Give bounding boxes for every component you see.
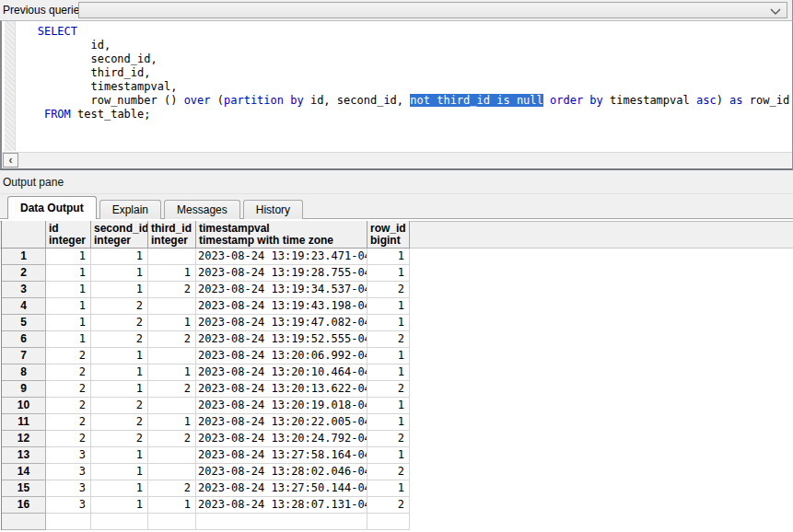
- cell-third_id[interactable]: [148, 398, 196, 414]
- cell-id[interactable]: 2: [46, 381, 91, 398]
- cell-id[interactable]: 2: [46, 348, 91, 364]
- column-header-row_id[interactable]: row_idbigint: [367, 221, 410, 249]
- cell-timestampval[interactable]: 2023-08-24 13:27:50.144-04: [196, 480, 367, 497]
- row-number-cell[interactable]: [2, 514, 46, 530]
- cell-timestampval[interactable]: 2023-08-24 13:28:07.131-04: [196, 497, 367, 514]
- previous-queries-dropdown[interactable]: [78, 2, 787, 18]
- cell-id[interactable]: 1: [46, 331, 91, 348]
- row-number-cell[interactable]: 11: [2, 414, 46, 431]
- cell-second_id[interactable]: 1: [91, 364, 148, 381]
- cell-id[interactable]: 1: [46, 315, 91, 331]
- cell-second_id[interactable]: 2: [91, 315, 148, 331]
- cell-row_id[interactable]: 2: [367, 331, 410, 348]
- cell-third_id[interactable]: [148, 514, 196, 530]
- sql-line[interactable]: row_number () over (partition by id, sec…: [17, 94, 789, 108]
- cell-row_id[interactable]: 1: [367, 364, 410, 381]
- cell-third_id[interactable]: 2: [148, 282, 196, 298]
- cell-second_id[interactable]: 2: [91, 398, 148, 414]
- cell-second_id[interactable]: 1: [91, 381, 148, 398]
- sql-line[interactable]: second_id,: [17, 52, 789, 66]
- row-number-cell[interactable]: 2: [2, 265, 46, 282]
- cell-timestampval[interactable]: 2023-08-24 13:20:10.464-04: [196, 364, 367, 381]
- row-number-cell[interactable]: 8: [2, 364, 46, 381]
- cell-second_id[interactable]: 1: [91, 265, 148, 282]
- cell-timestampval[interactable]: 2023-08-24 13:28:02.046-04: [196, 464, 367, 480]
- column-header-second_id[interactable]: second_idinteger: [91, 221, 148, 249]
- row-number-cell[interactable]: 13: [2, 447, 46, 464]
- cell-second_id[interactable]: 1: [91, 497, 148, 514]
- row-number-cell[interactable]: 10: [2, 398, 46, 414]
- cell-timestampval[interactable]: [196, 514, 367, 530]
- cell-row_id[interactable]: 2: [367, 431, 410, 447]
- cell-third_id[interactable]: [148, 447, 196, 464]
- cell-second_id[interactable]: 2: [91, 331, 148, 348]
- row-number-cell[interactable]: 5: [2, 315, 46, 331]
- scrollbar-track[interactable]: [19, 153, 792, 168]
- row-number-cell[interactable]: 9: [2, 381, 46, 398]
- cell-row_id[interactable]: 1: [367, 298, 410, 315]
- tab-messages[interactable]: Messages: [164, 200, 240, 219]
- cell-third_id[interactable]: 1: [148, 265, 196, 282]
- cell-second_id[interactable]: 1: [91, 348, 148, 364]
- cell-third_id[interactable]: 1: [148, 364, 196, 381]
- row-number-cell[interactable]: 15: [2, 480, 46, 497]
- cell-timestampval[interactable]: 2023-08-24 13:19:52.555-04: [196, 331, 367, 348]
- sql-editor[interactable]: SELECT id, second_id, third_id, timestam…: [0, 20, 793, 170]
- cell-second_id[interactable]: 1: [91, 249, 148, 265]
- cell-row_id[interactable]: 2: [367, 497, 410, 514]
- cell-row_id[interactable]: 2: [367, 464, 410, 480]
- column-header-id[interactable]: idinteger: [46, 221, 91, 249]
- cell-third_id[interactable]: 2: [148, 381, 196, 398]
- cell-second_id[interactable]: [91, 514, 148, 530]
- row-number-cell[interactable]: 3: [2, 282, 46, 298]
- cell-second_id[interactable]: 2: [91, 431, 148, 447]
- row-number-cell[interactable]: 4: [2, 298, 46, 315]
- cell-second_id[interactable]: 2: [91, 298, 148, 315]
- editor-horizontal-scrollbar[interactable]: ‹: [2, 152, 792, 168]
- cell-id[interactable]: [46, 514, 91, 530]
- row-number-cell[interactable]: 12: [2, 431, 46, 447]
- column-header-third_id[interactable]: third_idinteger: [148, 221, 196, 249]
- scroll-left-button[interactable]: ‹: [3, 153, 18, 168]
- cell-row_id[interactable]: 1: [367, 265, 410, 282]
- cell-row_id[interactable]: 1: [367, 447, 410, 464]
- cell-id[interactable]: 2: [46, 431, 91, 447]
- sql-line[interactable]: SELECT: [17, 25, 789, 39]
- cell-id[interactable]: 1: [46, 249, 91, 265]
- sql-line[interactable]: timestampval,: [17, 80, 789, 94]
- cell-timestampval[interactable]: 2023-08-24 13:27:58.164-04: [196, 447, 367, 464]
- cell-row_id[interactable]: 1: [367, 315, 410, 331]
- tab-data-output[interactable]: Data Output: [7, 196, 97, 219]
- cell-row_id[interactable]: 1: [367, 480, 410, 497]
- cell-timestampval[interactable]: 2023-08-24 13:19:47.082-04: [196, 315, 367, 331]
- cell-timestampval[interactable]: 2023-08-24 13:19:34.537-04: [196, 282, 367, 298]
- sql-code[interactable]: SELECT id, second_id, third_id, timestam…: [17, 25, 789, 121]
- cell-id[interactable]: 2: [46, 364, 91, 381]
- cell-id[interactable]: 3: [46, 447, 91, 464]
- cell-third_id[interactable]: 2: [148, 480, 196, 497]
- cell-row_id[interactable]: 1: [367, 348, 410, 364]
- cell-row_id[interactable]: 2: [367, 381, 410, 398]
- cell-id[interactable]: 1: [46, 282, 91, 298]
- cell-timestampval[interactable]: 2023-08-24 13:20:24.792-04: [196, 431, 367, 447]
- cell-timestampval[interactable]: 2023-08-24 13:19:43.198-04: [196, 298, 367, 315]
- cell-id[interactable]: 2: [46, 414, 91, 431]
- cell-third_id[interactable]: [148, 464, 196, 480]
- cell-third_id[interactable]: 2: [148, 331, 196, 348]
- cell-second_id[interactable]: 1: [91, 480, 148, 497]
- tab-explain[interactable]: Explain: [99, 200, 161, 219]
- cell-timestampval[interactable]: 2023-08-24 13:20:13.622-04: [196, 381, 367, 398]
- cell-row_id[interactable]: 1: [367, 249, 410, 265]
- cell-second_id[interactable]: 1: [91, 464, 148, 480]
- cell-third_id[interactable]: 1: [148, 414, 196, 431]
- cell-id[interactable]: 3: [46, 497, 91, 514]
- row-number-cell[interactable]: 7: [2, 348, 46, 364]
- cell-id[interactable]: 1: [46, 298, 91, 315]
- row-number-header[interactable]: [2, 221, 46, 249]
- tab-history[interactable]: History: [243, 200, 303, 219]
- cell-row_id[interactable]: 2: [367, 282, 410, 298]
- cell-timestampval[interactable]: 2023-08-24 13:20:19.018-04: [196, 398, 367, 414]
- cell-second_id[interactable]: 1: [91, 282, 148, 298]
- cell-third_id[interactable]: [148, 298, 196, 315]
- cell-row_id[interactable]: 1: [367, 414, 410, 431]
